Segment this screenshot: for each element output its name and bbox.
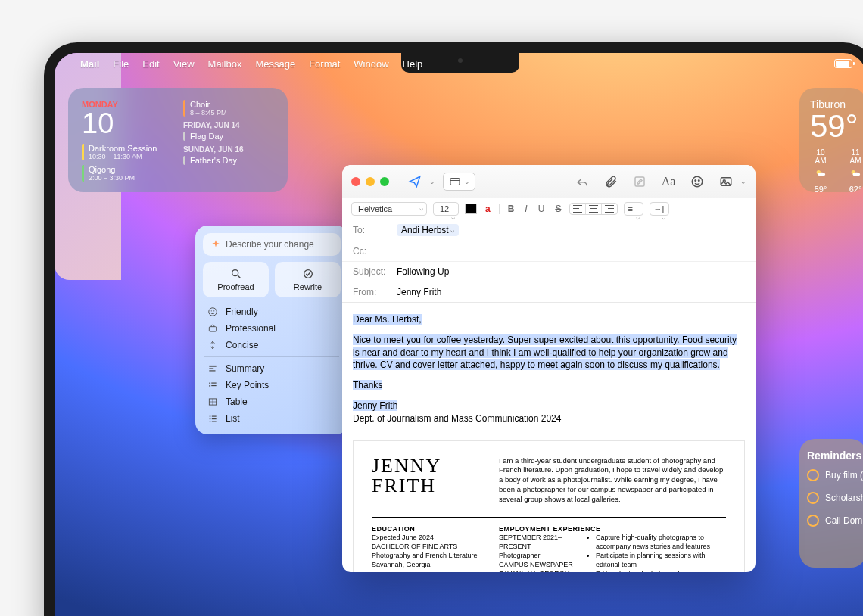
window-close-button[interactable] bbox=[351, 177, 360, 186]
list-style-select[interactable]: ≡ bbox=[624, 202, 643, 216]
menu-help[interactable]: Help bbox=[403, 58, 423, 70]
reminder-item[interactable]: Scholarship bbox=[807, 492, 858, 504]
font-size-select[interactable]: 12 bbox=[433, 202, 459, 216]
weather-widget[interactable]: Tiburon 59° 10 AM 59° 11 AM 62° bbox=[799, 88, 863, 192]
to-recipient-token[interactable]: Andi Herbst bbox=[397, 224, 459, 236]
align-center-button[interactable] bbox=[586, 204, 602, 214]
photo-options-chevron-icon[interactable]: ⌄ bbox=[740, 178, 746, 185]
svg-rect-11 bbox=[209, 366, 216, 367]
resume-education-item: Expected June 2024 BACHELOR OF FINE ARTS… bbox=[372, 533, 485, 570]
svg-rect-10 bbox=[209, 327, 216, 331]
svg-rect-17 bbox=[211, 385, 216, 386]
svg-point-30 bbox=[692, 176, 703, 187]
svg-point-8 bbox=[211, 310, 212, 311]
keypoints-icon bbox=[207, 380, 218, 390]
tone-friendly[interactable]: Friendly bbox=[203, 303, 341, 320]
cc-label: Cc: bbox=[353, 246, 397, 257]
menu-app[interactable]: Mail bbox=[80, 58, 99, 70]
svg-rect-15 bbox=[211, 383, 216, 384]
collapse-icon bbox=[207, 340, 218, 350]
reminder-item[interactable]: Buy film (120) bbox=[807, 469, 858, 481]
list-icon bbox=[207, 413, 218, 424]
svg-point-25 bbox=[210, 421, 211, 422]
smile-icon bbox=[207, 306, 218, 317]
svg-point-3 bbox=[853, 173, 860, 176]
font-family-select[interactable]: Helvetica bbox=[351, 202, 427, 216]
tone-professional[interactable]: Professional bbox=[203, 320, 341, 337]
calendar-event[interactable]: Flag Day bbox=[183, 132, 274, 141]
photo-browser-button[interactable] bbox=[715, 173, 737, 191]
calendar-event[interactable]: Father's Day bbox=[183, 156, 274, 165]
resume-attachment: JENNYFRITH I am a third-year student und… bbox=[353, 440, 745, 572]
menu-window[interactable]: Window bbox=[354, 58, 388, 70]
attach-button[interactable] bbox=[600, 173, 622, 191]
reminder-checkbox-icon[interactable] bbox=[807, 492, 819, 504]
emoji-button[interactable] bbox=[687, 173, 708, 191]
cloud-sun-icon bbox=[849, 167, 861, 179]
menu-mailbox[interactable]: Mailbox bbox=[208, 58, 242, 70]
battery-icon[interactable] bbox=[834, 59, 852, 68]
menu-file[interactable]: File bbox=[113, 58, 129, 70]
menu-format[interactable]: Format bbox=[309, 58, 340, 70]
weather-hour: 11 AM 62° bbox=[845, 148, 863, 192]
format-keypoints[interactable]: Key Points bbox=[203, 377, 341, 394]
svg-rect-29 bbox=[635, 177, 644, 186]
bold-button[interactable]: B bbox=[506, 204, 517, 214]
calendar-event[interactable]: Choir 8 – 8:45 PM bbox=[183, 100, 274, 117]
menu-message[interactable]: Message bbox=[255, 58, 295, 70]
format-table[interactable]: Table bbox=[203, 394, 341, 410]
briefcase-icon bbox=[207, 323, 218, 334]
calendar-event[interactable]: Qigong 2:00 – 3:30 PM bbox=[82, 165, 173, 182]
from-label: From: bbox=[353, 287, 397, 297]
header-fields-button[interactable]: ⌄ bbox=[443, 173, 475, 191]
resume-name: JENNYFRITH bbox=[372, 456, 485, 505]
svg-rect-27 bbox=[450, 178, 460, 185]
send-button[interactable] bbox=[404, 173, 425, 191]
body-signature-dept: Dept. of Journalism and Mass Communicati… bbox=[353, 413, 561, 424]
calendar-date-header: SUNDAY, JUN 16 bbox=[183, 145, 274, 154]
reminder-checkbox-icon[interactable] bbox=[807, 515, 819, 527]
window-zoom-button[interactable] bbox=[380, 177, 389, 186]
body-paragraph: Nice to meet you for coffee yesterday. S… bbox=[353, 334, 737, 371]
send-options-chevron-icon[interactable]: ⌄ bbox=[429, 178, 435, 185]
reply-button[interactable] bbox=[572, 173, 593, 191]
svg-rect-16 bbox=[209, 385, 210, 387]
calendar-widget[interactable]: MONDAY 10 Darkroom Session 10:30 – 11:30… bbox=[68, 88, 288, 192]
weather-temperature: 59° bbox=[810, 110, 863, 142]
format-list[interactable]: List bbox=[203, 410, 341, 427]
menu-edit[interactable]: Edit bbox=[142, 58, 159, 70]
describe-change-input[interactable]: Describe your change bbox=[203, 233, 341, 256]
reminder-checkbox-icon[interactable] bbox=[807, 469, 819, 481]
resume-employment-heading: EMPLOYMENT EXPERIENCE bbox=[499, 525, 726, 533]
strike-button[interactable]: S bbox=[553, 204, 563, 214]
text-color-button[interactable]: a bbox=[483, 204, 493, 214]
markup-button[interactable] bbox=[629, 173, 650, 191]
text-color-swatch[interactable] bbox=[465, 204, 477, 214]
calendar-event[interactable]: Darkroom Session 10:30 – 11:30 AM bbox=[82, 144, 173, 160]
from-field[interactable]: Jenny Frith bbox=[397, 287, 441, 297]
align-left-button[interactable] bbox=[570, 204, 586, 214]
resume-employment-meta: SEPTEMBER 2021–PRESENT Photographer CAMP… bbox=[499, 533, 575, 572]
body-signature-name: Jenny Frith bbox=[353, 400, 397, 411]
resume-education-heading: EDUCATION bbox=[372, 525, 485, 533]
resume-bio: I am a third-year student undergraduate … bbox=[499, 456, 726, 505]
rewrite-button[interactable]: Rewrite bbox=[275, 262, 341, 297]
window-minimize-button[interactable] bbox=[366, 177, 375, 186]
mail-body-editor[interactable]: Dear Ms. Herbst, Nice to meet you for co… bbox=[342, 303, 756, 572]
format-button[interactable]: Aa bbox=[658, 173, 679, 191]
subject-field[interactable]: Following Up bbox=[397, 266, 449, 277]
weather-hour: 10 AM 59° bbox=[810, 148, 831, 192]
proofread-button[interactable]: Proofread bbox=[203, 262, 269, 297]
svg-point-9 bbox=[213, 310, 214, 311]
tone-concise[interactable]: Concise bbox=[203, 337, 341, 353]
reminders-title: Reminders bbox=[807, 450, 858, 462]
underline-button[interactable]: U bbox=[536, 204, 547, 214]
reminder-item[interactable]: Call Dominic bbox=[807, 515, 858, 527]
reminders-widget[interactable]: Reminders Buy film (120) Scholarship Cal… bbox=[799, 439, 863, 568]
menu-view[interactable]: View bbox=[173, 58, 195, 70]
indent-select[interactable]: →| bbox=[650, 202, 669, 216]
italic-button[interactable]: I bbox=[522, 204, 529, 214]
align-right-button[interactable] bbox=[602, 204, 617, 214]
magnify-text-icon bbox=[230, 268, 242, 280]
format-summary[interactable]: Summary bbox=[203, 360, 341, 377]
